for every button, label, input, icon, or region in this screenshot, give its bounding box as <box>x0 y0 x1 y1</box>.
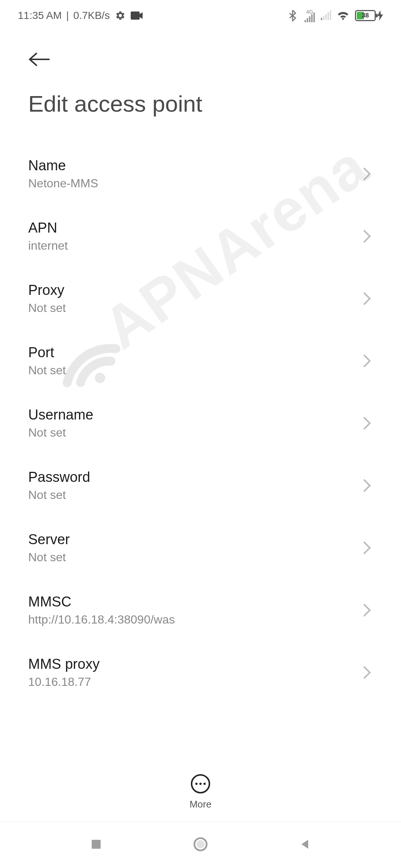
settings-item-value: Not set <box>28 550 70 564</box>
wifi-icon <box>337 10 349 22</box>
svg-rect-3 <box>92 840 101 849</box>
settings-item-username[interactable]: Username Not set <box>22 392 379 454</box>
square-icon <box>89 838 103 851</box>
settings-item-label: Name <box>28 158 98 174</box>
more-label: More <box>189 799 211 810</box>
chevron-right-icon <box>362 354 371 368</box>
settings-item-port[interactable]: Port Not set <box>22 330 379 392</box>
page-title: Edit access point <box>22 91 379 117</box>
svg-rect-1 <box>131 11 140 20</box>
circle-icon <box>192 836 209 852</box>
chevron-right-icon <box>362 167 371 181</box>
settings-item-label: APN <box>28 220 68 236</box>
settings-list: Name Netone-MMS APN internet Proxy Not s… <box>0 143 401 704</box>
camera-icon <box>131 10 143 22</box>
back-button[interactable] <box>22 43 56 76</box>
chevron-right-icon <box>362 540 371 555</box>
svg-point-5 <box>196 840 205 848</box>
bluetooth-icon <box>287 10 299 22</box>
status-net-speed: 0.7KB/s <box>74 10 110 22</box>
settings-item-label: Username <box>28 407 93 423</box>
signal-1-icon: 4G <box>304 9 315 22</box>
chevron-right-icon <box>362 229 371 244</box>
settings-item-password[interactable]: Password Not set <box>22 454 379 517</box>
more-icon <box>191 774 210 793</box>
settings-item-value: Not set <box>28 426 93 440</box>
settings-item-value: Not set <box>28 364 66 377</box>
chevron-right-icon <box>362 603 371 618</box>
settings-item-label: MMSC <box>28 594 175 610</box>
settings-item-value: internet <box>28 239 68 253</box>
battery-icon: 38 <box>355 10 383 21</box>
nav-home-button[interactable] <box>192 836 209 854</box>
gear-icon <box>114 10 126 22</box>
arrow-left-icon <box>28 52 50 67</box>
settings-item-label: Server <box>28 532 70 548</box>
settings-item-value: Not set <box>28 488 90 502</box>
more-button[interactable]: More <box>189 774 211 810</box>
settings-item-label: MMS proxy <box>28 656 100 672</box>
settings-item-value: Not set <box>28 301 66 315</box>
settings-item-apn[interactable]: APN internet <box>22 205 379 267</box>
status-bar: 11:35 AM | 0.7KB/s 4G 38 <box>0 0 401 28</box>
signal-2-icon <box>321 11 331 20</box>
settings-item-mms-proxy[interactable]: MMS proxy 10.16.18.77 <box>22 641 379 704</box>
settings-item-mmsc[interactable]: MMSC http://10.16.18.4:38090/was <box>22 579 379 641</box>
status-separator: | <box>66 10 69 22</box>
settings-item-name[interactable]: Name Netone-MMS <box>22 143 379 205</box>
header: Edit access point <box>0 28 401 117</box>
settings-item-value: http://10.16.18.4:38090/was <box>28 613 175 627</box>
settings-item-label: Proxy <box>28 282 66 298</box>
settings-item-label: Port <box>28 345 66 361</box>
chevron-right-icon <box>362 665 371 680</box>
nav-bar <box>0 821 401 868</box>
chevron-right-icon <box>362 478 371 493</box>
chevron-right-icon <box>362 291 371 306</box>
footer: More <box>0 763 401 821</box>
settings-item-value: Netone-MMS <box>28 177 98 190</box>
chevron-right-icon <box>362 416 371 431</box>
triangle-left-icon <box>298 838 312 851</box>
nav-recent-button[interactable] <box>89 838 103 852</box>
settings-item-server[interactable]: Server Not set <box>22 517 379 579</box>
settings-item-proxy[interactable]: Proxy Not set <box>22 267 379 330</box>
settings-item-value: 10.16.18.77 <box>28 675 100 689</box>
nav-back-button[interactable] <box>298 838 312 852</box>
status-time: 11:35 AM <box>18 10 62 22</box>
settings-item-label: Password <box>28 469 90 485</box>
